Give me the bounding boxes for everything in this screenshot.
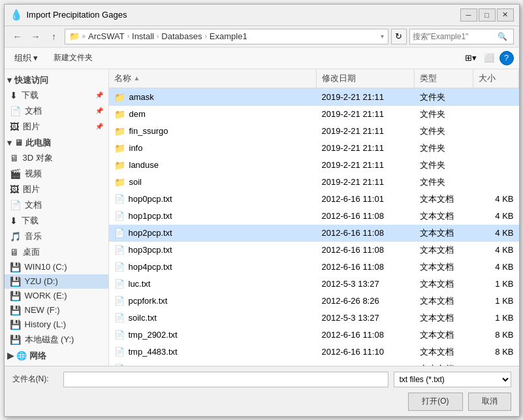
refresh-button[interactable]: ↻ [391, 29, 407, 44]
search-input[interactable] [413, 32, 498, 41]
sidebar-item-yzu[interactable]: 💾 YZU (D:) [5, 274, 108, 289]
new-icon: 💾 [10, 305, 21, 315]
open-button[interactable]: 打开(O) [408, 393, 462, 411]
file-size-cell: 4 KB [473, 210, 519, 222]
maximize-button[interactable]: □ [479, 8, 496, 22]
file-name-cell: 📄 pcpfork.txt [109, 295, 317, 307]
file-type-cell: 文本文档 [415, 243, 473, 257]
back-button[interactable]: ← [10, 29, 25, 44]
action-row: 打开(O) 取消 [12, 393, 511, 411]
new-folder-button[interactable]: 新建文件夹 [48, 50, 99, 65]
file-row[interactable]: 📄 hop2pcp.txt 2012-6-16 11:08 文本文档 4 KB [109, 225, 519, 242]
file-row[interactable]: 📄 soilc.txt 2012-5-3 13:27 文本文档 1 KB [109, 310, 519, 327]
this-pc-header[interactable]: ▾ 🖥 此电脑 [5, 135, 108, 150]
sidebar-item-download[interactable]: ⬇ 下载 📌 [5, 88, 108, 103]
organize-button[interactable]: 组织 ▾ [10, 50, 42, 66]
sidebar-item-label: 文档 [25, 199, 42, 211]
file-row[interactable]: 📄 hop3pcp.txt 2012-6-16 11:08 文本文档 4 KB [109, 242, 519, 259]
file-size-cell: 4 KB [473, 227, 519, 239]
breadcrumb-arcswat[interactable]: ArcSWAT [88, 31, 125, 41]
col-header-type[interactable]: 类型 [415, 69, 473, 88]
file-row[interactable]: 📄 luc.txt 2012-5-3 13:27 文本文档 1 KB [109, 276, 519, 293]
filetype-select[interactable]: txt files (*.txt) [394, 372, 511, 387]
breadcrumb-dropdown-icon[interactable]: ▾ [381, 33, 384, 40]
sidebar-item-3d[interactable]: 🖥 3D 对象 [5, 150, 108, 166]
file-row[interactable]: 📄 pcpfork.txt 2012-6-26 8:26 文本文档 1 KB [109, 293, 519, 310]
minimize-button[interactable]: ─ [460, 8, 477, 22]
file-row[interactable]: 📄 hop0pcp.txt 2012-6-16 11:01 文本文档 4 KB [109, 191, 519, 208]
file-name-cell: 📁 fin_ssurgo [109, 125, 317, 138]
file-name: hop1pcp.txt [129, 211, 172, 221]
col-header-date[interactable]: 修改日期 [317, 69, 415, 88]
navigation-toolbar: ← → ↑ 📁 » ArcSWAT › Install › Databases … [5, 26, 519, 48]
sidebar-item-music[interactable]: 🎵 音乐 [5, 229, 108, 244]
file-row[interactable]: 📁 dem 2019-2-21 21:11 文件夹 [109, 106, 519, 123]
filename-label: 文件名(N): [12, 374, 58, 385]
breadcrumb[interactable]: 📁 » ArcSWAT › Install › Databases › Exam… [65, 29, 388, 44]
breadcrumb-install[interactable]: Install [132, 31, 154, 41]
col-header-name[interactable]: 名称 ▲ [109, 69, 317, 88]
forward-button[interactable]: → [28, 29, 44, 44]
file-row[interactable]: 📁 landuse 2019-2-21 21:11 文件夹 [109, 157, 519, 174]
file-date-cell: 2019-2-21 21:11 [317, 108, 415, 120]
desktop-icon: 🖥 [10, 247, 19, 257]
file-row[interactable]: 📄 hop4pcp.txt 2012-6-16 11:08 文本文档 4 KB [109, 259, 519, 276]
file-row[interactable]: 📄 tmp_4483.txt 2012-6-16 11:10 文本文档 8 KB [109, 344, 519, 361]
file-icon: 📄 [114, 279, 125, 289]
file-type-cell: 文件夹 [415, 158, 473, 172]
file-date-cell: 2012-6-16 11:08 [317, 244, 415, 256]
close-button[interactable]: ✕ [497, 8, 514, 22]
sidebar-item-new[interactable]: 💾 NEW (F:) [5, 303, 108, 317]
sidebar-item-work[interactable]: 💾 WORK (E:) [5, 289, 108, 303]
file-name-cell: 📄 luc.txt [109, 278, 317, 290]
view-toggle-button[interactable]: ⊞▾ [463, 51, 479, 65]
filename-input[interactable] [63, 372, 388, 387]
quick-access-header[interactable]: ▾ 快速访问 [5, 72, 108, 88]
file-row[interactable]: 📁 info 2019-2-21 21:11 文件夹 [109, 140, 519, 157]
sidebar-item-video[interactable]: 🎬 视频 [5, 166, 108, 182]
file-row[interactable]: 📄 hop1pcp.txt 2012-6-16 11:08 文本文档 4 KB [109, 208, 519, 225]
file-name: tmp_4483.txt [129, 347, 178, 357]
breadcrumb-example1[interactable]: Example1 [210, 31, 247, 41]
file-row[interactable]: 📄 tmp_2902.txt 2012-6-16 11:08 文本文档 8 KB [109, 327, 519, 344]
file-row[interactable]: 📄 tmp_4976.txt 2012-6-16 11:11 文本文档 8 KB [109, 361, 519, 366]
file-name-cell: 📄 hop0pcp.txt [109, 193, 317, 205]
col-header-size[interactable]: 大小 [473, 69, 519, 88]
sidebar-item-desktop[interactable]: 🖥 桌面 [5, 244, 108, 260]
sidebar-item-label: 图片 [23, 121, 40, 133]
file-type-cell: 文件夹 [415, 175, 473, 189]
file-type-cell: 文件夹 [415, 90, 473, 105]
file-row[interactable]: 📁 amask 2019-2-21 21:11 文件夹 [109, 89, 519, 106]
file-name: soilc.txt [129, 313, 157, 323]
file-row[interactable]: 📁 fin_ssurgo 2019-2-21 21:11 文件夹 [109, 123, 519, 140]
sidebar-item-local[interactable]: 💾 本地磁盘 (Y:) [5, 332, 108, 347]
sidebar-item-label: YZU (D:) [25, 276, 58, 286]
up-button[interactable]: ↑ [46, 29, 62, 44]
pictures-icon: 🖼 [10, 121, 19, 132]
sidebar-item-pictures2[interactable]: 🖼 图片 [5, 182, 108, 197]
download2-icon: ⬇ [10, 216, 18, 226]
file-type-cell: 文本文档 [415, 277, 473, 291]
file-name: hop3pcp.txt [129, 245, 172, 255]
sidebar-item-documents[interactable]: 📄 文档 📌 [5, 103, 108, 119]
network-header[interactable]: ▶ 🌐 网络 [5, 347, 108, 363]
cancel-button[interactable]: 取消 [468, 393, 511, 411]
sidebar-item-history[interactable]: 💾 History (L:) [5, 317, 108, 332]
file-row[interactable]: 📁 soil 2019-2-21 21:11 文件夹 [109, 174, 519, 191]
network-icon: 🌐 [16, 351, 27, 361]
sidebar-item-documents2[interactable]: 📄 文档 [5, 197, 108, 213]
sidebar-item-pictures[interactable]: 🖼 图片 📌 [5, 119, 108, 135]
file-icon: 📄 [114, 347, 125, 357]
sidebar-item-label: 3D 对象 [23, 152, 53, 164]
file-name-cell: 📁 soil [109, 176, 317, 189]
file-icon: 📄 [114, 313, 125, 323]
file-icon: 📄 [114, 228, 125, 238]
help-button[interactable]: ? [499, 51, 514, 65]
sort-arrow: ▲ [134, 74, 140, 82]
dialog-icon: 💧 [10, 8, 23, 21]
sidebar-item-win10[interactable]: 💾 WIN10 (C:) [5, 260, 108, 274]
breadcrumb-databases[interactable]: Databases [161, 31, 202, 41]
pane-button[interactable]: ⬜ [481, 51, 497, 65]
sidebar-item-download2[interactable]: ⬇ 下载 [5, 213, 108, 229]
sidebar-item-label: 桌面 [23, 246, 40, 258]
